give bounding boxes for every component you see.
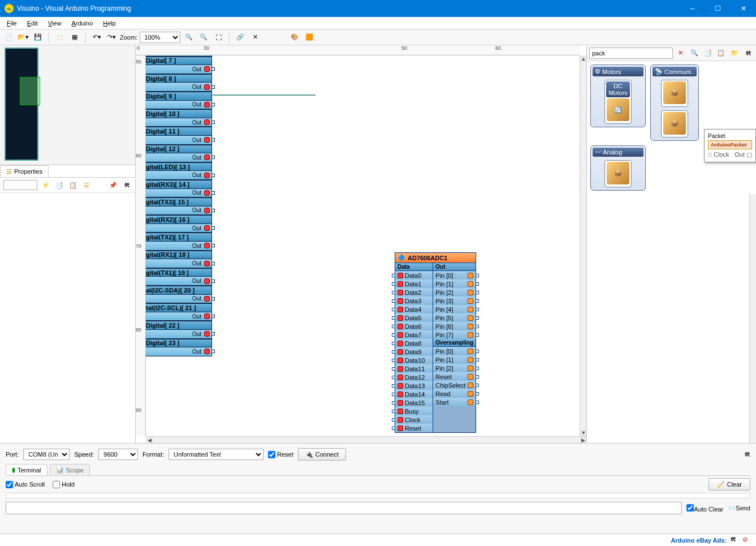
adc-pin-row[interactable]: Pin [0] [433,271,476,280]
pin-row[interactable]: Out [146,347,212,356]
search-filter-icon[interactable]: 🔍 [689,48,700,59]
adc-pin-row[interactable]: Pin [2] [433,288,476,296]
menu-help[interactable]: Help [98,19,120,28]
redo-button[interactable]: ↷▾ [105,31,118,44]
terminal-tab[interactable]: ▮Terminal [6,464,47,475]
hold-checkbox[interactable] [53,481,60,488]
adc-block[interactable]: 🔷AD7606ADC1 Data Data0Data1Data2Data3Dat… [395,252,476,433]
adc-pin-row[interactable]: Pin [2] [433,364,476,372]
new-button[interactable]: 📄 [2,31,15,44]
palette-item-dc-motors[interactable]: DC Motors 🔄 [604,80,632,124]
arduino-block[interactable]: OutDigital[ 7 ]OutDigital[ 8 ]OutDigital… [146,55,212,356]
adc-pin-row[interactable]: Read [433,389,476,398]
adc-pin-row[interactable]: Busy [395,407,433,415]
zoom-select[interactable]: 100% [140,32,180,43]
close-button[interactable]: ✕ [731,0,756,17]
pin-row[interactable]: Digital[ 9 ] [146,92,212,101]
adc-pin-row[interactable]: Pin [6] [433,322,476,330]
speed-select[interactable]: 9600 [98,449,138,460]
pin-row[interactable]: Out [146,312,212,321]
format-select[interactable]: Unformatted Text [169,449,263,460]
adc-pin-row[interactable]: Pin [1] [433,280,476,288]
pin-row[interactable]: Digital[ 10 ] [146,109,212,118]
pin-row[interactable]: Out [146,171,212,180]
palette-item-comm-1[interactable]: 📦 [661,80,688,107]
pin-row[interactable]: Out [146,136,212,145]
pin-row[interactable]: Digital[ 22 ] [146,321,212,330]
pin-row[interactable]: Out [146,207,212,216]
palette-item-comm-2[interactable]: 📦 [661,110,688,137]
adc-pin-row[interactable]: Reset [433,372,476,381]
pin-row[interactable]: gital(TX1)[ 19 ] [146,268,212,277]
search-category-icon[interactable]: 📑 [702,48,714,59]
prop-tool-categorize-icon[interactable]: 📑 [54,180,64,190]
pin-row[interactable]: Digital[ 23 ] [146,339,212,348]
adc-pin-row[interactable]: Data8 [395,339,433,347]
zoom-fit-button[interactable]: ⛶ [212,31,224,44]
terminal-output[interactable] [6,493,750,498]
pin-row[interactable]: Out [146,83,212,92]
adc-pin-row[interactable]: Data15 [395,398,433,407]
pin-row[interactable]: tal(I2C-SCL)[ 21 ] [146,303,212,312]
adc-pin-row[interactable]: Data4 [395,305,433,313]
pin-row[interactable]: Out [146,118,212,127]
autoclear-checkbox[interactable] [686,504,694,511]
adc-pin-row[interactable]: Pin [4] [433,305,476,313]
layout-button[interactable]: ⬚ [54,31,66,44]
pin-row[interactable]: Digital[ 11 ] [146,127,212,136]
undo-button[interactable]: ↶▾ [90,31,103,44]
adc-pin-row[interactable]: Data5 [395,313,433,322]
prop-tool-lightning-icon[interactable]: ⚡ [41,180,51,190]
pin-row[interactable]: gital(LED)[ 13 ] [146,162,212,171]
pin-row[interactable]: Digital[ 12 ] [146,145,212,154]
adc-pin-row[interactable]: Data0 [395,271,433,280]
adc-pin-row[interactable]: Data7 [395,330,433,339]
pin-row[interactable]: Out [146,101,212,110]
save-button[interactable]: 💾 [32,31,44,44]
pin-row[interactable]: Out [146,259,212,268]
adc-pin-row[interactable]: Pin [1] [433,355,476,364]
adc-pin-row[interactable]: Clock [395,415,433,424]
adc-pin-row[interactable]: ChipSelect [433,381,476,389]
adc-pin-row[interactable]: Data9 [395,347,433,356]
pin-row[interactable]: Out [146,65,212,74]
adc-pin-row[interactable]: Data12 [395,373,433,381]
adc-pin-row[interactable]: Pin [0] [433,347,476,355]
autoscroll-checkbox[interactable] [6,481,13,488]
pin-row[interactable]: Out [146,242,212,251]
prop-tool-list-icon[interactable]: ☰ [81,180,92,190]
pin-row[interactable]: Out [146,153,212,162]
pin-row[interactable]: Out [146,189,212,198]
adc-pin-row[interactable]: Data2 [395,288,433,296]
menu-edit[interactable]: Edit [23,19,42,28]
adc-pin-row[interactable]: Data6 [395,322,433,330]
reset-checkbox[interactable] [268,451,275,458]
adc-pin-row[interactable]: Start [433,398,476,406]
terminal-input[interactable] [6,502,682,514]
adc-pin-row[interactable]: Data3 [395,296,433,305]
pin-row[interactable]: gital(TX3)[ 15 ] [146,197,212,207]
adc-pin-row[interactable]: Pin [5] [433,313,476,322]
palette-scrollbar[interactable] [749,194,756,443]
pin-row[interactable]: gital(RX2)[ 16 ] [146,215,212,224]
properties-grid[interactable] [0,193,135,443]
adc-pin-row[interactable]: Pin [3] [433,296,476,305]
adc-pin-row[interactable]: Data1 [395,280,433,288]
scope-tab[interactable]: 📊Scope [50,464,90,475]
search-clear-icon[interactable]: ✕ [675,48,686,59]
menu-file[interactable]: File [2,19,21,28]
send-button[interactable]: 📨Send [728,505,750,512]
grid-button[interactable]: ▦ [68,31,81,44]
zoom-in-button[interactable]: 🔍 [183,31,195,44]
adc-pin-row[interactable]: Data13 [395,381,433,390]
pin-row[interactable]: gital(RX1)[ 18 ] [146,251,212,260]
maximize-button[interactable]: ☐ [705,0,731,17]
pin-row[interactable]: Out [146,277,212,286]
adc-pin-row[interactable]: Data11 [395,364,433,373]
canvas[interactable]: OutDigital[ 7 ]OutDigital[ 8 ]OutDigital… [146,55,580,436]
scrollbar-horizontal[interactable]: ◀▶ [146,436,586,443]
adc-pin-row[interactable]: Data10 [395,356,433,364]
pin-row[interactable]: Out [146,224,212,233]
connect-button[interactable]: 🔌Connect [298,448,346,461]
search-expand-icon[interactable]: 📋 [715,48,727,59]
